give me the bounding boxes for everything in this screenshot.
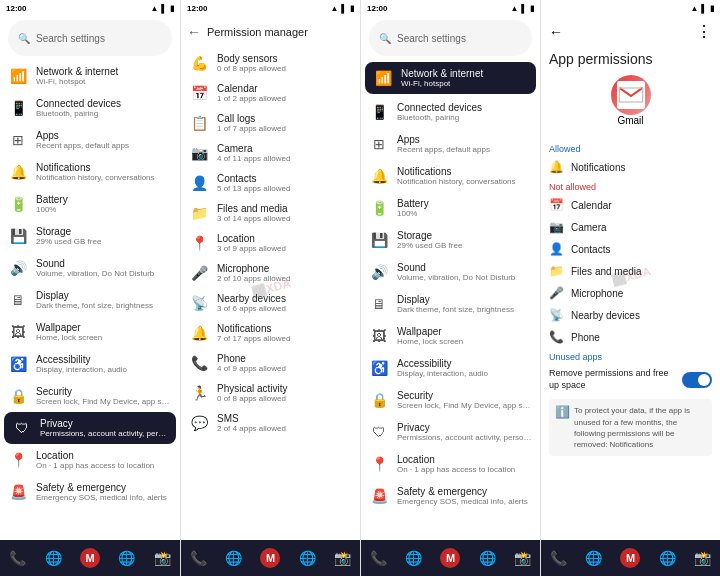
settings-item-access-3[interactable]: ♿ Accessibility Display, interaction, au… <box>361 352 540 384</box>
settings-item-security[interactable]: 🔒 Security Screen lock, Find My Device, … <box>0 380 180 412</box>
perm-contacts[interactable]: 👤 Contacts 5 of 13 apps allowed <box>181 168 360 198</box>
settings-list-3: 📶 Network & internet Wi-Fi, hotspot 📱 Co… <box>361 60 540 540</box>
settings-item-wallpaper[interactable]: 🖼 Wallpaper Home, lock screen <box>0 316 180 348</box>
perm-contacts-na[interactable]: 👤 Contacts <box>541 238 720 260</box>
settings-item-battery-3[interactable]: 🔋 Battery 100% <box>361 192 540 224</box>
settings-item-apps[interactable]: ⊞ Apps Recent apps, default apps <box>0 124 180 156</box>
call-logs-icon: 📋 <box>189 113 209 133</box>
nav-phone-3[interactable]: 📞 <box>370 550 387 566</box>
nav-photos-1[interactable]: 📸 <box>154 550 171 566</box>
nav-chrome-4[interactable]: 🌐 <box>659 550 676 566</box>
nav-gmail-1[interactable]: M <box>80 548 100 568</box>
settings-item-battery[interactable]: 🔋 Battery 100% <box>0 188 180 220</box>
nav-photos-2[interactable]: 📸 <box>334 550 351 566</box>
search-label-3: Search settings <box>397 33 466 44</box>
search-icon-1: 🔍 <box>18 33 30 44</box>
settings-item-display[interactable]: 🖥 Display Dark theme, font size, brightn… <box>0 284 180 316</box>
perm-body-sensors[interactable]: 💪 Body sensors 0 of 8 apps allowed <box>181 48 360 78</box>
security-icon-3: 🔒 <box>369 390 389 410</box>
perm-phone-na[interactable]: 📞 Phone <box>541 326 720 348</box>
search-bar-3[interactable]: 🔍 Search settings <box>369 20 532 56</box>
settings-item-accessibility[interactable]: ♿ Accessibility Display, interaction, au… <box>0 348 180 380</box>
battery-icon-4: ▮ <box>710 4 714 13</box>
nav-phone-2[interactable]: 📞 <box>190 550 207 566</box>
allowed-section-label: Allowed <box>541 140 720 156</box>
wifi-icon-4: ▲ <box>690 4 698 13</box>
nav-phone-4[interactable]: 📞 <box>550 550 567 566</box>
accessibility-title: Accessibility <box>36 354 172 365</box>
settings-item-connected-3[interactable]: 📱 Connected devices Bluetooth, pairing <box>361 96 540 128</box>
nav-phone-1[interactable]: 📞 <box>9 550 26 566</box>
nav-chrome-3[interactable]: 🌐 <box>479 550 496 566</box>
wallpaper-icon-3: 🖼 <box>369 326 389 346</box>
perm-physical[interactable]: 🏃 Physical activity 0 of 8 apps allowed <box>181 378 360 408</box>
settings-item-location[interactable]: 📍 Location On · 1 app has access to loca… <box>0 444 180 476</box>
settings-item-notif-3[interactable]: 🔔 Notifications Notification history, co… <box>361 160 540 192</box>
settings-item-storage-3[interactable]: 💾 Storage 29% used GB free <box>361 224 540 256</box>
perm-microphone-na[interactable]: 🎤 Microphone <box>541 282 720 304</box>
perm-nearby-devices[interactable]: 📡 Nearby devices 3 of 6 apps allowed <box>181 288 360 318</box>
status-time-1: 12:00 <box>6 4 26 13</box>
perm-notifications-allowed[interactable]: 🔔 Notifications <box>541 156 720 178</box>
perm-files-na[interactable]: 📁 Files and media <box>541 260 720 282</box>
settings-item-notifications[interactable]: 🔔 Notifications Notification history, co… <box>0 156 180 188</box>
settings-item-location-3[interactable]: 📍 Location On · 1 app has access to loca… <box>361 448 540 480</box>
safety-title: Safety & emergency <box>36 482 172 493</box>
wifi-icon-3: ▲ <box>510 4 518 13</box>
settings-item-display-3[interactable]: 🖥 Display Dark theme, font size, brightn… <box>361 288 540 320</box>
network-subtitle-3: Wi-Fi, hotspot <box>401 79 528 88</box>
perm-phone[interactable]: 📞 Phone 4 of 9 apps allowed <box>181 348 360 378</box>
nav-browser-4[interactable]: 🌐 <box>585 550 602 566</box>
settings-item-safety[interactable]: 🚨 Safety & emergency Emergency SOS, medi… <box>0 476 180 508</box>
physical-icon-perm: 🏃 <box>189 383 209 403</box>
nav-chrome-1[interactable]: 🌐 <box>118 550 135 566</box>
settings-item-network[interactable]: 📶 Network & internet Wi-Fi, hotspot <box>0 60 180 92</box>
perm-sms[interactable]: 💬 SMS 2 of 4 apps allowed <box>181 408 360 438</box>
back-button-app-perm[interactable]: ← <box>549 24 563 40</box>
settings-item-wallpaper-3[interactable]: 🖼 Wallpaper Home, lock screen <box>361 320 540 352</box>
accessibility-icon: ♿ <box>8 354 28 374</box>
remove-permissions-row: Remove permissions and free up space <box>541 364 720 395</box>
nav-browser-3[interactable]: 🌐 <box>405 550 422 566</box>
safety-icon-3: 🚨 <box>369 486 389 506</box>
wallpaper-title: Wallpaper <box>36 322 172 333</box>
settings-item-safety-3[interactable]: 🚨 Safety & emergency Emergency SOS, medi… <box>361 480 540 512</box>
privacy-icon: 🛡 <box>12 418 32 438</box>
nav-photos-3[interactable]: 📸 <box>514 550 531 566</box>
perm-calendar-na[interactable]: 📅 Calendar <box>541 194 720 216</box>
settings-item-sound-3[interactable]: 🔊 Sound Volume, vibration, Do Not Distur… <box>361 256 540 288</box>
nav-gmail-4[interactable]: M <box>620 548 640 568</box>
nav-photos-4[interactable]: 📸 <box>694 550 711 566</box>
settings-item-network-3[interactable]: 📶 Network & internet Wi-Fi, hotspot <box>365 62 536 94</box>
settings-panel-2: 12:00 ▲ ▌ ▮ 🔍 Search settings 📶 Network … <box>360 0 540 576</box>
nav-chrome-2[interactable]: 🌐 <box>299 550 316 566</box>
display-title: Display <box>36 290 172 301</box>
nav-browser-1[interactable]: 🌐 <box>45 550 62 566</box>
more-options-button[interactable]: ⋮ <box>696 22 712 41</box>
perm-camera[interactable]: 📷 Camera 4 of 11 apps allowed <box>181 138 360 168</box>
perm-calendar[interactable]: 📅 Calendar 1 of 2 apps allowed <box>181 78 360 108</box>
display-icon-3: 🖥 <box>369 294 389 314</box>
perm-location[interactable]: 📍 Location 3 of 9 apps allowed <box>181 228 360 258</box>
settings-item-privacy[interactable]: 🛡 Privacy Permissions, account activity,… <box>4 412 176 444</box>
storage-icon-3: 💾 <box>369 230 389 250</box>
perm-camera-na[interactable]: 📷 Camera <box>541 216 720 238</box>
perm-microphone[interactable]: 🎤 Microphone 2 of 10 apps allowed <box>181 258 360 288</box>
nav-browser-2[interactable]: 🌐 <box>225 550 242 566</box>
perm-notifications[interactable]: 🔔 Notifications 7 of 17 apps allowed <box>181 318 360 348</box>
settings-item-sound[interactable]: 🔊 Sound Volume, vibration, Do Not Distur… <box>0 252 180 284</box>
settings-item-storage[interactable]: 💾 Storage 29% used GB free <box>0 220 180 252</box>
settings-item-privacy-3[interactable]: 🛡 Privacy Permissions, account activity,… <box>361 416 540 448</box>
perm-files-media[interactable]: 📁 Files and media 3 of 14 apps allowed <box>181 198 360 228</box>
nav-gmail-2[interactable]: M <box>260 548 280 568</box>
settings-item-security-3[interactable]: 🔒 Security Screen lock, Find My Device, … <box>361 384 540 416</box>
settings-item-connected[interactable]: 📱 Connected devices Bluetooth, pairing <box>0 92 180 124</box>
settings-item-apps-3[interactable]: ⊞ Apps Recent apps, default apps <box>361 128 540 160</box>
nav-gmail-3[interactable]: M <box>440 548 460 568</box>
remove-permissions-toggle[interactable] <box>682 372 712 388</box>
perm-call-logs[interactable]: 📋 Call logs 1 of 7 apps allowed <box>181 108 360 138</box>
perm-nearby-na[interactable]: 📡 Nearby devices <box>541 304 720 326</box>
search-bar-1[interactable]: 🔍 Search settings <box>8 20 172 56</box>
back-button-perm[interactable]: ← <box>187 24 201 40</box>
connected-title: Connected devices <box>36 98 172 109</box>
